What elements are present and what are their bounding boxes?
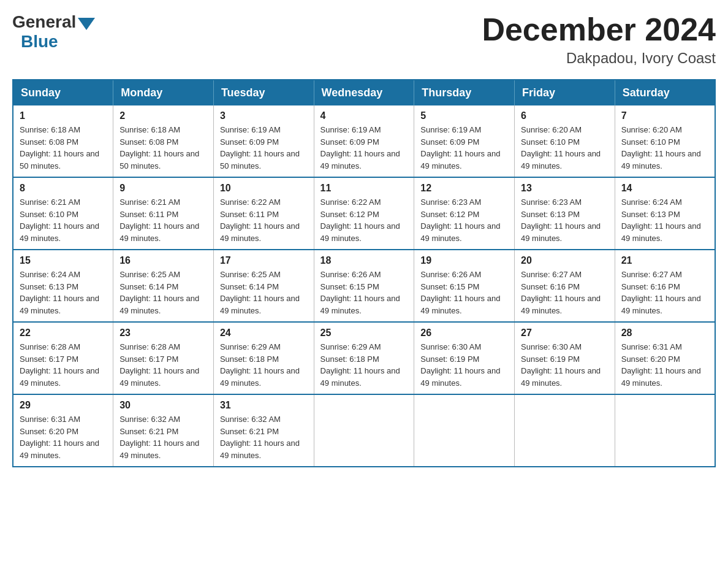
- calendar-day-cell: [314, 394, 414, 467]
- logo: General Blue: [12, 12, 95, 52]
- calendar-day-header: Saturday: [615, 80, 715, 105]
- calendar-day-header: Wednesday: [314, 80, 414, 105]
- calendar-day-cell: 5Sunrise: 6:19 AMSunset: 6:09 PMDaylight…: [414, 105, 515, 177]
- calendar-day-cell: 17Sunrise: 6:25 AMSunset: 6:14 PMDayligh…: [213, 250, 314, 322]
- day-number: 14: [621, 183, 708, 194]
- calendar-day-cell: 10Sunrise: 6:22 AMSunset: 6:11 PMDayligh…: [213, 177, 314, 250]
- calendar-week-row: 1Sunrise: 6:18 AMSunset: 6:08 PMDaylight…: [13, 105, 715, 177]
- calendar-table: SundayMondayTuesdayWednesdayThursdayFrid…: [12, 79, 716, 467]
- day-info: Sunrise: 6:19 AMSunset: 6:09 PMDaylight:…: [420, 124, 508, 172]
- day-number: 21: [621, 255, 708, 266]
- day-info: Sunrise: 6:19 AMSunset: 6:09 PMDaylight:…: [320, 124, 408, 172]
- calendar-day-cell: 3Sunrise: 6:19 AMSunset: 6:09 PMDaylight…: [213, 105, 314, 177]
- day-info: Sunrise: 6:20 AMSunset: 6:10 PMDaylight:…: [521, 124, 609, 172]
- day-info: Sunrise: 6:18 AMSunset: 6:08 PMDaylight:…: [119, 124, 207, 172]
- day-number: 27: [521, 327, 609, 339]
- day-number: 20: [521, 255, 609, 266]
- day-info: Sunrise: 6:31 AMSunset: 6:20 PMDaylight:…: [20, 413, 107, 461]
- day-number: 29: [20, 400, 107, 411]
- day-info: Sunrise: 6:24 AMSunset: 6:13 PMDaylight:…: [621, 196, 708, 244]
- calendar-day-cell: 14Sunrise: 6:24 AMSunset: 6:13 PMDayligh…: [615, 177, 715, 250]
- month-year-title: December 2024: [482, 12, 716, 47]
- day-number: 24: [220, 327, 308, 339]
- day-number: 19: [420, 255, 508, 266]
- day-info: Sunrise: 6:27 AMSunset: 6:16 PMDaylight:…: [621, 269, 708, 316]
- day-number: 8: [20, 183, 107, 194]
- calendar-day-cell: 16Sunrise: 6:25 AMSunset: 6:14 PMDayligh…: [113, 250, 214, 322]
- day-info: Sunrise: 6:31 AMSunset: 6:20 PMDaylight:…: [621, 341, 708, 389]
- calendar-day-cell: [515, 394, 615, 467]
- calendar-day-cell: 29Sunrise: 6:31 AMSunset: 6:20 PMDayligh…: [13, 394, 113, 467]
- day-info: Sunrise: 6:29 AMSunset: 6:18 PMDaylight:…: [220, 341, 308, 389]
- day-number: 22: [20, 327, 107, 339]
- day-number: 9: [119, 183, 207, 194]
- calendar-day-cell: 2Sunrise: 6:18 AMSunset: 6:08 PMDaylight…: [113, 105, 214, 177]
- day-info: Sunrise: 6:19 AMSunset: 6:09 PMDaylight:…: [220, 124, 308, 172]
- calendar-day-header: Friday: [515, 80, 615, 105]
- calendar-day-cell: 13Sunrise: 6:23 AMSunset: 6:13 PMDayligh…: [515, 177, 615, 250]
- day-number: 16: [119, 255, 207, 266]
- title-section: December 2024 Dakpadou, Ivory Coast: [482, 12, 716, 67]
- calendar-day-cell: 25Sunrise: 6:29 AMSunset: 6:18 PMDayligh…: [314, 322, 414, 394]
- calendar-day-cell: 27Sunrise: 6:30 AMSunset: 6:19 PMDayligh…: [515, 322, 615, 394]
- day-info: Sunrise: 6:28 AMSunset: 6:17 PMDaylight:…: [119, 341, 207, 389]
- calendar-day-cell: [414, 394, 515, 467]
- day-info: Sunrise: 6:32 AMSunset: 6:21 PMDaylight:…: [119, 413, 207, 461]
- calendar-day-cell: [615, 394, 715, 467]
- calendar-day-cell: 19Sunrise: 6:26 AMSunset: 6:15 PMDayligh…: [414, 250, 515, 322]
- day-info: Sunrise: 6:29 AMSunset: 6:18 PMDaylight:…: [320, 341, 408, 389]
- calendar-day-cell: 15Sunrise: 6:24 AMSunset: 6:13 PMDayligh…: [13, 250, 113, 322]
- day-info: Sunrise: 6:22 AMSunset: 6:11 PMDaylight:…: [220, 196, 308, 244]
- calendar-day-cell: 31Sunrise: 6:32 AMSunset: 6:21 PMDayligh…: [213, 394, 314, 467]
- day-info: Sunrise: 6:21 AMSunset: 6:10 PMDaylight:…: [20, 196, 107, 244]
- day-number: 26: [420, 327, 508, 339]
- day-info: Sunrise: 6:27 AMSunset: 6:16 PMDaylight:…: [521, 269, 609, 316]
- calendar-week-row: 22Sunrise: 6:28 AMSunset: 6:17 PMDayligh…: [13, 322, 715, 394]
- day-info: Sunrise: 6:26 AMSunset: 6:15 PMDaylight:…: [420, 269, 508, 316]
- day-info: Sunrise: 6:30 AMSunset: 6:19 PMDaylight:…: [521, 341, 609, 389]
- calendar-day-header: Thursday: [414, 80, 515, 105]
- day-info: Sunrise: 6:23 AMSunset: 6:13 PMDaylight:…: [521, 196, 609, 244]
- day-number: 23: [119, 327, 207, 339]
- calendar-day-header: Sunday: [13, 80, 113, 105]
- calendar-day-cell: 21Sunrise: 6:27 AMSunset: 6:16 PMDayligh…: [615, 250, 715, 322]
- location-subtitle: Dakpadou, Ivory Coast: [482, 50, 716, 67]
- day-number: 28: [621, 327, 708, 339]
- day-info: Sunrise: 6:25 AMSunset: 6:14 PMDaylight:…: [220, 269, 308, 316]
- day-number: 1: [20, 110, 107, 121]
- day-info: Sunrise: 6:26 AMSunset: 6:15 PMDaylight:…: [320, 269, 408, 316]
- day-number: 17: [220, 255, 308, 266]
- day-number: 30: [119, 400, 207, 411]
- calendar-day-cell: 23Sunrise: 6:28 AMSunset: 6:17 PMDayligh…: [113, 322, 214, 394]
- day-number: 13: [521, 183, 609, 194]
- calendar-day-cell: 28Sunrise: 6:31 AMSunset: 6:20 PMDayligh…: [615, 322, 715, 394]
- calendar-week-row: 8Sunrise: 6:21 AMSunset: 6:10 PMDaylight…: [13, 177, 715, 250]
- day-number: 2: [119, 110, 207, 121]
- day-number: 5: [420, 110, 508, 121]
- calendar-day-cell: 8Sunrise: 6:21 AMSunset: 6:10 PMDaylight…: [13, 177, 113, 250]
- calendar-day-cell: 12Sunrise: 6:23 AMSunset: 6:12 PMDayligh…: [414, 177, 515, 250]
- day-info: Sunrise: 6:30 AMSunset: 6:19 PMDaylight:…: [420, 341, 508, 389]
- day-info: Sunrise: 6:23 AMSunset: 6:12 PMDaylight:…: [420, 196, 508, 244]
- calendar-header-row: SundayMondayTuesdayWednesdayThursdayFrid…: [13, 80, 715, 105]
- day-number: 15: [20, 255, 107, 266]
- calendar-day-cell: 6Sunrise: 6:20 AMSunset: 6:10 PMDaylight…: [515, 105, 615, 177]
- logo-general-text: General: [12, 12, 76, 32]
- calendar-day-cell: 9Sunrise: 6:21 AMSunset: 6:11 PMDaylight…: [113, 177, 214, 250]
- calendar-day-header: Monday: [113, 80, 214, 105]
- calendar-day-header: Tuesday: [213, 80, 314, 105]
- day-number: 12: [420, 183, 508, 194]
- calendar-day-cell: 18Sunrise: 6:26 AMSunset: 6:15 PMDayligh…: [314, 250, 414, 322]
- page-header: General Blue December 2024 Dakpadou, Ivo…: [12, 12, 716, 67]
- logo-blue-text: Blue: [21, 32, 58, 52]
- day-info: Sunrise: 6:25 AMSunset: 6:14 PMDaylight:…: [119, 269, 207, 316]
- day-info: Sunrise: 6:28 AMSunset: 6:17 PMDaylight:…: [20, 341, 107, 389]
- day-number: 11: [320, 183, 408, 194]
- calendar-day-cell: 26Sunrise: 6:30 AMSunset: 6:19 PMDayligh…: [414, 322, 515, 394]
- calendar-day-cell: 20Sunrise: 6:27 AMSunset: 6:16 PMDayligh…: [515, 250, 615, 322]
- day-number: 7: [621, 110, 708, 121]
- day-info: Sunrise: 6:18 AMSunset: 6:08 PMDaylight:…: [20, 124, 107, 172]
- day-number: 18: [320, 255, 408, 266]
- calendar-day-cell: 24Sunrise: 6:29 AMSunset: 6:18 PMDayligh…: [213, 322, 314, 394]
- day-info: Sunrise: 6:21 AMSunset: 6:11 PMDaylight:…: [119, 196, 207, 244]
